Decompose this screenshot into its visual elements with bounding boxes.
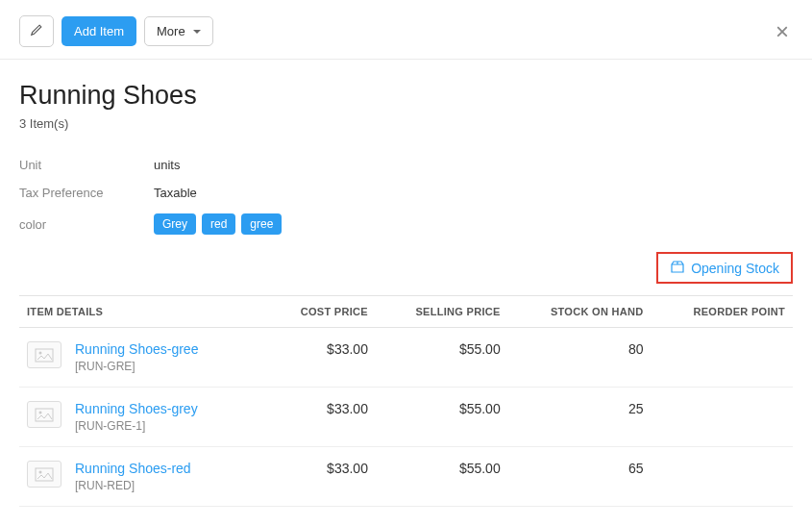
close-icon: × (775, 18, 789, 44)
header-stock-on-hand: STOCK ON HAND (508, 296, 652, 328)
svg-point-5 (39, 470, 42, 473)
opening-stock-label: Opening Stock (691, 261, 779, 276)
opening-stock-container: Opening Stock (19, 252, 793, 284)
close-button[interactable]: × (772, 20, 793, 43)
color-tag[interactable]: red (202, 213, 235, 235)
item-cell: Running Shoes-gree [RUN-GRE] (27, 341, 258, 373)
reorder-point-cell (652, 328, 794, 388)
table-row: Running Shoes-red [RUN-RED] $33.00 $55.0… (19, 447, 793, 507)
item-thumbnail[interactable] (27, 341, 62, 368)
meta-unit: Unit units (19, 158, 793, 172)
more-label: More (157, 24, 185, 38)
svg-rect-4 (36, 468, 53, 481)
reorder-point-cell (652, 447, 794, 507)
color-tags: Grey red gree (154, 213, 282, 235)
color-tag[interactable]: Grey (154, 213, 196, 235)
meta-tax: Tax Preference Taxable (19, 186, 793, 200)
box-icon (670, 260, 685, 276)
item-cell: Running Shoes-grey [RUN-GRE-1] (27, 401, 258, 433)
selling-price-cell: $55.00 (376, 388, 508, 447)
page-title: Running Shoes (19, 81, 793, 111)
svg-rect-0 (36, 349, 53, 362)
reorder-point-cell (652, 388, 794, 447)
item-name-link[interactable]: Running Shoes-gree (75, 341, 198, 357)
header-reorder-point: REORDER POINT (652, 296, 794, 328)
selling-price-cell: $55.00 (376, 328, 508, 388)
stock-on-hand-cell: 25 (508, 388, 652, 447)
table-header-row: ITEM DETAILS COST PRICE SELLING PRICE ST… (19, 296, 793, 328)
svg-point-1 (39, 351, 42, 354)
tax-value: Taxable (154, 186, 197, 200)
meta-color: color Grey red gree (19, 213, 793, 235)
cost-price-cell: $33.00 (266, 328, 376, 388)
color-tag[interactable]: gree (241, 213, 282, 235)
tax-label: Tax Preference (19, 186, 154, 200)
item-name-link[interactable]: Running Shoes-red (75, 461, 191, 476)
chevron-down-icon (193, 30, 201, 34)
unit-label: Unit (19, 158, 154, 172)
image-placeholder-icon (35, 408, 54, 422)
opening-stock-link[interactable]: Opening Stock (670, 260, 779, 276)
table-row: Running Shoes-grey [RUN-GRE-1] $33.00 $5… (19, 388, 793, 447)
items-table: ITEM DETAILS COST PRICE SELLING PRICE ST… (19, 295, 793, 507)
color-label: color (19, 217, 154, 232)
item-thumbnail[interactable] (27, 461, 62, 488)
svg-point-3 (39, 411, 42, 413)
toolbar: Add Item More × (0, 0, 812, 60)
item-thumbnail[interactable] (27, 401, 62, 428)
item-sku: [RUN-GRE-1] (75, 419, 198, 433)
header-item-details: ITEM DETAILS (19, 296, 266, 328)
edit-button[interactable] (19, 15, 54, 47)
cost-price-cell: $33.00 (266, 447, 376, 507)
cost-price-cell: $33.00 (266, 388, 376, 447)
svg-rect-2 (36, 409, 53, 421)
unit-value: units (154, 158, 180, 172)
stock-on-hand-cell: 65 (508, 447, 652, 507)
pencil-icon (30, 23, 43, 39)
stock-on-hand-cell: 80 (508, 328, 652, 388)
more-button[interactable]: More (144, 16, 213, 46)
table-row: Running Shoes-gree [RUN-GRE] $33.00 $55.… (19, 328, 793, 388)
item-name-link[interactable]: Running Shoes-grey (75, 401, 198, 416)
header-cost-price: COST PRICE (266, 296, 376, 328)
content-area: Running Shoes 3 Item(s) Unit units Tax P… (0, 60, 812, 507)
image-placeholder-icon (35, 467, 54, 482)
item-cell: Running Shoes-red [RUN-RED] (27, 461, 258, 492)
item-sku: [RUN-GRE] (75, 360, 198, 373)
header-selling-price: SELLING PRICE (376, 296, 508, 328)
item-sku: [RUN-RED] (75, 479, 191, 492)
image-placeholder-icon (35, 348, 54, 363)
selling-price-cell: $55.00 (376, 447, 508, 507)
add-item-button[interactable]: Add Item (62, 16, 136, 46)
item-count: 3 Item(s) (19, 116, 793, 131)
opening-stock-highlight: Opening Stock (656, 252, 793, 284)
